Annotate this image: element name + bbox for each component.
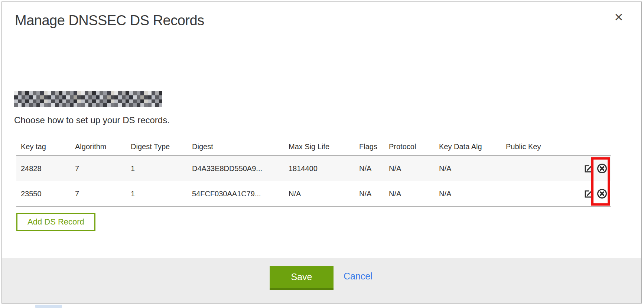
- add-ds-record-button[interactable]: Add DS Record: [16, 213, 95, 231]
- col-header-protocol: Protocol: [384, 142, 435, 151]
- col-header-digest: Digest: [188, 142, 284, 151]
- col-header-algorithm: Algorithm: [71, 142, 126, 151]
- col-header-digest-type: Digest Type: [126, 142, 188, 151]
- dialog-title: Manage DNSSEC DS Records: [15, 13, 204, 29]
- col-header-public-key: Public Key: [501, 142, 579, 151]
- col-header-key-data-alg: Key Data Alg: [435, 142, 501, 151]
- screenshot-canvas: Manage DNSSEC DS Records ✕ Choose how to…: [0, 0, 644, 308]
- cell-max-sig-life: 1814400: [284, 164, 355, 173]
- cell-algorithm: 7: [71, 164, 126, 173]
- dialog-footer: Save Cancel: [2, 258, 641, 303]
- edit-icon[interactable]: [583, 164, 593, 174]
- delete-icon[interactable]: [596, 163, 608, 174]
- cell-digest: D4A33E8DD550A9...: [188, 164, 284, 173]
- table-row: 23550 7 1 54FCF030AA1C79... N/A N/A N/A …: [16, 181, 611, 206]
- redacted-domain-name: [14, 91, 162, 107]
- cell-flags: N/A: [355, 164, 384, 173]
- table-body: 24828 7 1 D4A33E8DD550A9... 1814400 N/A …: [16, 155, 611, 207]
- cell-max-sig-life: N/A: [284, 190, 355, 198]
- save-button[interactable]: Save: [270, 266, 334, 290]
- manage-dnssec-dialog: Manage DNSSEC DS Records ✕ Choose how to…: [1, 1, 642, 304]
- cell-digest: 54FCF030AA1C79...: [188, 190, 284, 198]
- cell-protocol: N/A: [384, 164, 435, 173]
- cell-key-tag: 23550: [16, 190, 71, 198]
- ds-records-table: Key tag Algorithm Digest Type Digest Max…: [16, 138, 611, 207]
- cell-key-data-alg: N/A: [435, 190, 501, 198]
- table-header-row: Key tag Algorithm Digest Type Digest Max…: [16, 138, 611, 155]
- cell-actions: [579, 188, 611, 199]
- cell-protocol: N/A: [384, 190, 435, 198]
- instruction-text: Choose how to set up your DS records.: [14, 115, 170, 125]
- close-icon[interactable]: ✕: [611, 9, 627, 25]
- cell-flags: N/A: [355, 190, 384, 198]
- background-page-artifact: [35, 305, 62, 308]
- edit-icon[interactable]: [583, 189, 593, 199]
- cell-key-tag: 24828: [16, 164, 71, 173]
- cancel-link[interactable]: Cancel: [344, 271, 373, 282]
- col-header-max-sig-life: Max Sig Life: [284, 142, 355, 151]
- cell-digest-type: 1: [126, 164, 188, 173]
- cell-algorithm: 7: [71, 190, 126, 198]
- col-header-key-tag: Key tag: [16, 142, 71, 151]
- cell-digest-type: 1: [126, 190, 188, 198]
- cell-actions: [579, 163, 611, 174]
- cell-key-data-alg: N/A: [435, 164, 501, 173]
- table-row: 24828 7 1 D4A33E8DD550A9... 1814400 N/A …: [16, 156, 611, 181]
- delete-icon[interactable]: [596, 188, 608, 199]
- col-header-flags: Flags: [355, 142, 384, 151]
